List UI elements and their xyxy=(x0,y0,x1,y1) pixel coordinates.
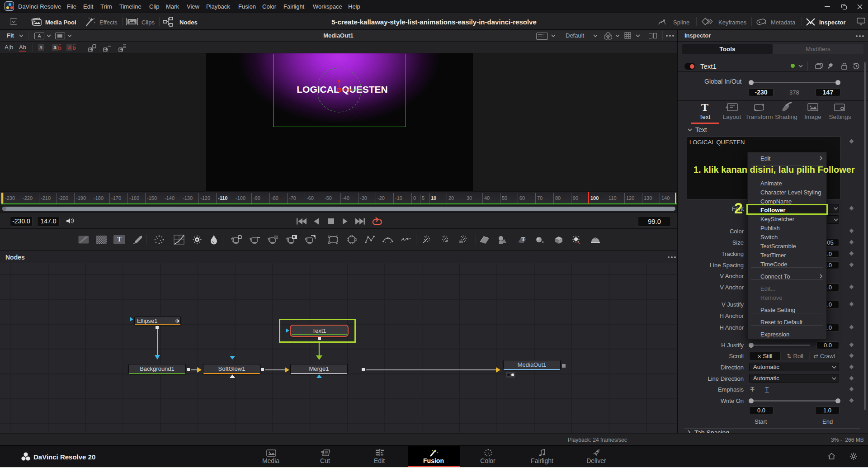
svg-text:T: T xyxy=(521,236,525,242)
